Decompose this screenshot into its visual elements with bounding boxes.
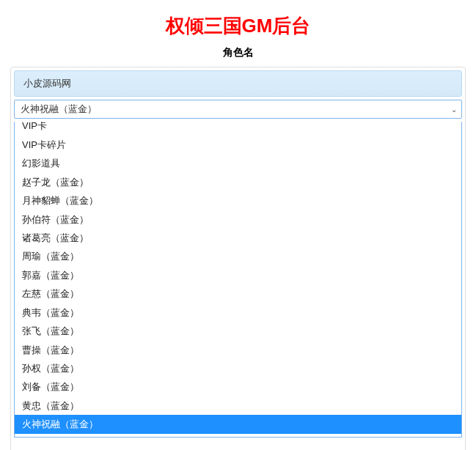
page-title: 权倾三国GM后台: [10, 13, 466, 39]
panel-header: 小皮源码网: [14, 70, 462, 97]
dropdown-option[interactable]: 火神祝融（蓝金）: [15, 415, 461, 433]
dropdown-option[interactable]: 赵子龙（蓝金）: [15, 173, 461, 191]
dropdown-option[interactable]: 孙权（蓝金）: [15, 359, 461, 377]
dropdown-option[interactable]: 幻影道具: [15, 154, 461, 172]
dropdown-option[interactable]: VIP卡: [15, 122, 461, 136]
select-value: 火神祝融（蓝金）: [21, 103, 97, 116]
dropdown-option[interactable]: 曹操（蓝金）: [15, 341, 461, 359]
dropdown-list[interactable]: 20亿礼包4000w元宝礼包橙色精炼石VIP卡VIP卡碎片幻影道具赵子龙（蓝金）…: [15, 122, 461, 437]
page-subtitle: 角色名: [10, 46, 466, 59]
main-panel: 小皮源码网 火神祝融（蓝金） ⌄ 20亿礼包4000w元宝礼包橙色精炼石VIP卡…: [10, 67, 466, 450]
dropdown-option[interactable]: 典韦（蓝金）: [15, 303, 461, 322]
dropdown-option[interactable]: 周瑜（蓝金）: [15, 247, 461, 265]
select-dropdown: 20亿礼包4000w元宝礼包橙色精炼石VIP卡VIP卡碎片幻影道具赵子龙（蓝金）…: [14, 122, 462, 438]
panel-footer-space: [11, 442, 465, 450]
dropdown-option[interactable]: 郭嘉（蓝金）: [15, 266, 461, 284]
dropdown-option[interactable]: 张飞（蓝金）: [15, 322, 461, 340]
item-select[interactable]: 火神祝融（蓝金） ⌄: [14, 100, 462, 119]
dropdown-option[interactable]: VIP卡碎片: [15, 136, 461, 154]
dropdown-option[interactable]: 左慈（蓝金）: [15, 284, 461, 303]
dropdown-option[interactable]: 月神貂蝉（蓝金）: [15, 191, 461, 210]
dropdown-option[interactable]: 孙伯符（蓝金）: [15, 210, 461, 229]
dropdown-option[interactable]: 刘备（蓝金）: [15, 377, 461, 396]
dropdown-option[interactable]: 黄忠（蓝金）: [15, 396, 461, 415]
chevron-down-icon: ⌄: [451, 106, 457, 114]
dropdown-option[interactable]: 诸葛亮（蓝金）: [15, 229, 461, 247]
